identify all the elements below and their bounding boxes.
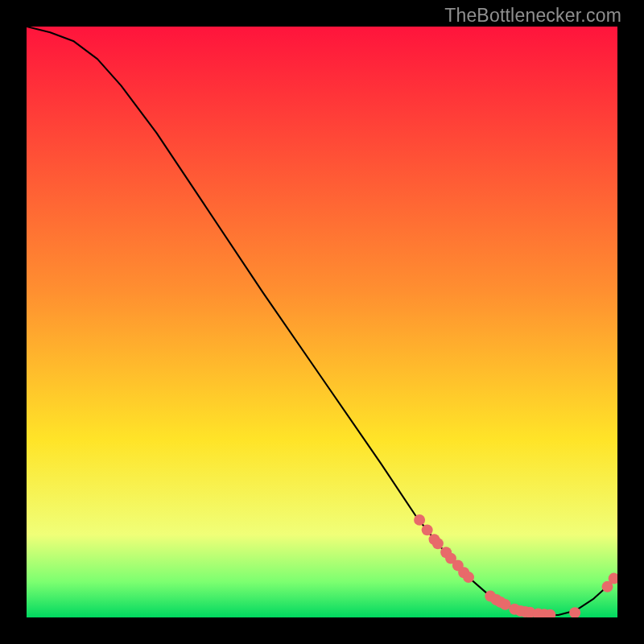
watermark-label: TheBottlenecker.com bbox=[444, 5, 621, 27]
data-point bbox=[463, 572, 474, 583]
chart-stage: TheBottlenecker.com bbox=[0, 0, 644, 644]
bottleneck-chart bbox=[27, 27, 617, 617]
data-point bbox=[422, 524, 433, 535]
data-point bbox=[432, 538, 444, 549]
gradient-background bbox=[27, 27, 617, 617]
data-point bbox=[414, 514, 425, 526]
